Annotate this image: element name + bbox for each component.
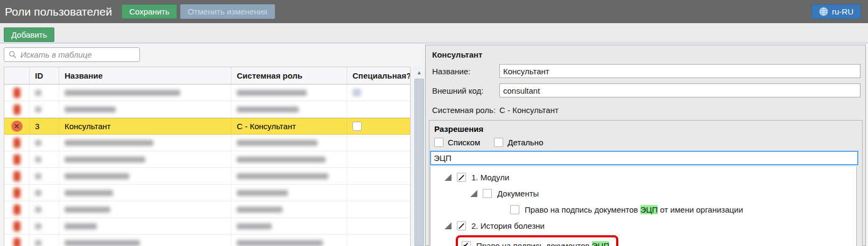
special-checkbox[interactable] <box>352 122 362 131</box>
tree-node-label: Документы <box>497 189 539 198</box>
tree-node-modules[interactable]: 1. Модули <box>431 169 856 185</box>
list-view-label: Списком <box>448 138 480 147</box>
tree-checkbox-indeterminate[interactable] <box>457 221 466 230</box>
code-field-row: Внешний код: <box>432 83 860 97</box>
name-field-row: Название: <box>432 64 860 78</box>
name-label: Название: <box>432 67 499 76</box>
table-scrollbar[interactable]: ▲ <box>413 67 425 246</box>
tree-node-label: Право на подпись документов ЭЦП от имени… <box>525 205 743 214</box>
code-label: Внешний код: <box>432 86 499 95</box>
column-header-actions <box>4 67 30 84</box>
tree-checkbox-unchecked[interactable] <box>510 205 519 214</box>
table-row[interactable] <box>4 85 410 101</box>
delete-icon[interactable] <box>13 154 20 165</box>
column-header-id[interactable]: ID <box>30 67 59 84</box>
row-name: Консультант <box>59 118 231 134</box>
row-system-role: С - Консультант <box>231 118 347 134</box>
roles-table: ID Название Системная роль Специальная? … <box>4 67 411 246</box>
table-row[interactable] <box>4 218 410 235</box>
tree-node-label: 1. Модули <box>471 173 509 182</box>
scrollbar-thumb[interactable] <box>414 79 424 246</box>
table-header-row: ID Название Системная роль Специальная? <box>4 67 410 85</box>
page-title: Роли пользователей <box>5 5 112 18</box>
delete-icon[interactable] <box>13 221 20 231</box>
search-input[interactable] <box>20 50 135 59</box>
table-row[interactable] <box>4 201 410 218</box>
tree-node-sign-ecp[interactable]: Право на подпись документов ЭЦП <box>431 234 856 246</box>
tree-checkbox-indeterminate[interactable] <box>457 173 466 182</box>
tree-node-case-history[interactable]: 2. История болезни <box>431 217 856 234</box>
role-detail-panel: Консультант Название: Внешний код: Систе… <box>425 45 866 246</box>
detail-view-label: Детально <box>507 138 543 147</box>
detail-title: Консультант <box>432 50 865 59</box>
collapse-triangle-icon[interactable] <box>444 222 451 229</box>
table-row[interactable] <box>4 135 410 151</box>
locale-button[interactable]: ru-RU <box>811 4 861 19</box>
external-code-input[interactable] <box>499 83 860 97</box>
column-header-name[interactable]: Название <box>59 67 231 84</box>
add-button[interactable]: Добавить <box>4 27 54 42</box>
tree-node-sign-org[interactable]: Право на подпись документов ЭЦП от имени… <box>431 201 856 217</box>
scroll-up-arrow[interactable]: ▲ <box>413 67 425 78</box>
detail-view-checkbox[interactable] <box>494 138 503 147</box>
tree-node-documents[interactable]: Документы <box>431 185 856 201</box>
tree-node-label: 2. История болезни <box>471 221 545 230</box>
top-bar: Роли пользователей Сохранить Отменить из… <box>0 0 868 23</box>
red-annotation-box: Право на подпись документов ЭЦП <box>456 235 618 246</box>
permissions-filter-input[interactable] <box>430 151 858 165</box>
delete-icon[interactable]: ✕ <box>11 121 23 132</box>
system-role-row: Системная роль: С - Консультант <box>432 103 559 117</box>
system-role-value: С - Консультант <box>499 106 559 115</box>
table-search[interactable] <box>4 47 140 62</box>
cancel-changes-button[interactable]: Отменить изменения <box>180 4 275 19</box>
delete-icon[interactable] <box>13 205 20 215</box>
tree-checkbox-checked[interactable] <box>462 241 471 246</box>
table-row[interactable] <box>4 168 410 185</box>
delete-icon[interactable] <box>13 88 20 98</box>
delete-icon[interactable] <box>13 138 20 148</box>
collapse-triangle-icon[interactable] <box>444 174 451 181</box>
table-row[interactable] <box>4 185 410 201</box>
locale-label: ru-RU <box>832 7 853 16</box>
table-row[interactable] <box>4 235 410 246</box>
search-match-highlight: ЭЦП <box>640 205 658 214</box>
column-header-system-role[interactable]: Системная роль <box>231 67 347 84</box>
permissions-tree: 1. Модули Документы Право на подпись док… <box>430 166 857 246</box>
search-match-highlight: ЭЦП <box>592 241 610 246</box>
app-root: Роли пользователей Сохранить Отменить из… <box>0 0 868 246</box>
permissions-view-options: Списком Детально <box>434 138 543 147</box>
column-header-special[interactable]: Специальная? <box>347 67 410 84</box>
list-view-checkbox[interactable] <box>434 138 443 147</box>
search-icon <box>9 51 17 59</box>
globe-icon <box>819 7 828 16</box>
row-id: 3 <box>30 118 59 134</box>
collapse-triangle-icon[interactable] <box>470 190 477 197</box>
tree-checkbox-unchecked[interactable] <box>483 189 492 198</box>
delete-icon[interactable] <box>13 171 20 181</box>
table-row-selected[interactable]: ✕ 3 Консультант С - Консультант <box>4 118 410 135</box>
delete-icon[interactable] <box>13 104 20 115</box>
system-role-label: Системная роль: <box>432 106 499 115</box>
name-input[interactable] <box>499 64 860 78</box>
delete-icon[interactable] <box>13 238 20 246</box>
permissions-section: Разрешения Списком Детально 1. Модули <box>429 120 863 246</box>
table-row[interactable] <box>4 151 410 168</box>
save-button[interactable]: Сохранить <box>122 4 177 19</box>
tree-node-label: Право на подпись документов ЭЦП <box>476 241 609 246</box>
toolbar: Добавить <box>0 23 868 44</box>
delete-icon[interactable] <box>13 188 20 198</box>
permissions-title: Разрешения <box>434 124 862 133</box>
table-row[interactable] <box>4 101 410 118</box>
